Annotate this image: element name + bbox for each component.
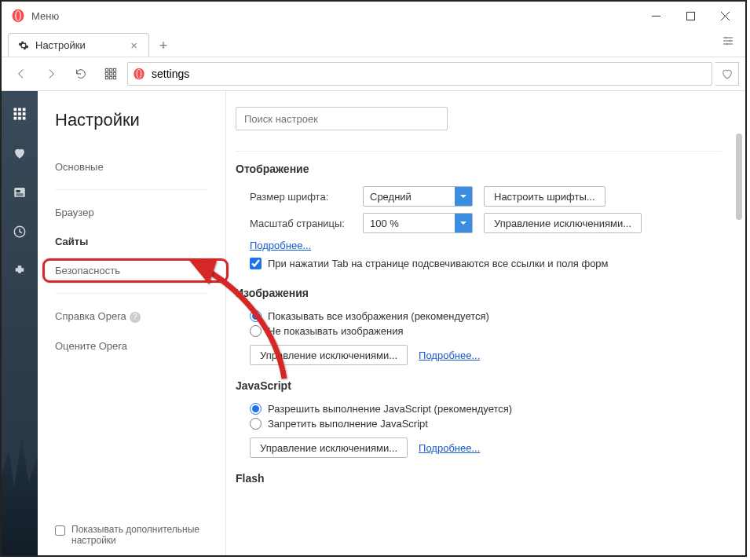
sidebar-item-browser[interactable]: Браузер (55, 198, 208, 227)
svg-rect-16 (105, 76, 108, 79)
gear-icon (18, 40, 29, 51)
svg-rect-30 (23, 117, 26, 120)
settings-main: Отображение Размер шрифта: Средний Настр… (226, 91, 745, 555)
divider (55, 293, 208, 294)
display-more-link[interactable]: Подробнее... (250, 240, 311, 251)
minimize-button[interactable] (638, 4, 673, 27)
svg-rect-13 (105, 72, 108, 75)
opera-url-icon (133, 68, 145, 80)
titlebar: Меню (2, 2, 745, 30)
scrollbar-thumb[interactable] (736, 134, 742, 220)
svg-rect-15 (113, 72, 115, 75)
search-settings-input[interactable] (236, 107, 448, 130)
customize-fonts-button[interactable]: Настроить шрифты... (484, 186, 605, 207)
font-size-label: Размер шрифта: (250, 191, 352, 203)
svg-point-2 (16, 11, 20, 20)
js-block-radio[interactable]: Запретить выполнение JavaScript (250, 418, 722, 430)
easy-setup-icon[interactable] (722, 35, 734, 49)
tab-highlight-checkbox[interactable]: При нажатии Tab на странице подсвечивают… (250, 258, 722, 269)
svg-rect-11 (109, 68, 112, 71)
svg-point-9 (726, 43, 728, 46)
svg-rect-4 (686, 12, 694, 20)
sidebar-item-sites[interactable]: Сайты (55, 227, 208, 256)
section-images-title: Изображения (236, 287, 722, 299)
show-advanced-input[interactable] (55, 525, 65, 536)
rail-history-icon[interactable] (11, 223, 28, 240)
svg-rect-18 (113, 76, 115, 79)
settings-sidebar: Настройки Основные Браузер Сайты Безопас… (38, 91, 226, 555)
svg-rect-32 (16, 190, 20, 192)
svg-rect-28 (14, 117, 17, 120)
speeddial-icon[interactable] (97, 62, 124, 86)
section-display-title: Отображение (236, 163, 722, 175)
left-rail (2, 91, 38, 555)
addressbar (2, 57, 745, 91)
svg-rect-27 (23, 112, 26, 115)
chevron-down-icon (455, 214, 472, 232)
rail-bookmarks-icon[interactable] (11, 145, 28, 162)
js-allow-radio[interactable]: Разрешить выполнение JavaScript (рекомен… (250, 403, 722, 415)
svg-rect-25 (14, 112, 17, 115)
maximize-button[interactable] (673, 4, 708, 27)
svg-point-8 (729, 40, 731, 42)
page-zoom-label: Масштаб страницы: (250, 218, 352, 229)
page-zoom-row: Масштаб страницы: 100 % Управление исклю… (250, 213, 722, 233)
rail-news-icon[interactable] (11, 184, 28, 201)
svg-rect-33 (16, 194, 24, 195)
svg-point-7 (725, 37, 727, 39)
svg-point-21 (137, 70, 141, 79)
divider (55, 189, 208, 190)
images-exceptions-button[interactable]: Управление исключениями... (250, 345, 408, 365)
chevron-down-icon (455, 187, 472, 206)
close-window-button[interactable] (708, 4, 742, 27)
svg-rect-17 (109, 76, 112, 79)
svg-rect-22 (14, 108, 17, 112)
rail-extensions-icon[interactable] (11, 262, 28, 280)
section-javascript-title: JavaScript (236, 379, 722, 392)
reload-button[interactable] (68, 62, 94, 86)
page-zoom-select[interactable]: 100 % (363, 213, 473, 233)
svg-rect-23 (18, 108, 21, 112)
svg-rect-34 (16, 196, 24, 196)
images-more-link[interactable]: Подробнее... (419, 350, 480, 361)
sidebar-item-rate[interactable]: Оцените Opera (55, 331, 208, 361)
font-size-select[interactable]: Средний (363, 186, 473, 207)
svg-rect-10 (105, 68, 108, 71)
tabbar: Настройки × + (2, 30, 745, 57)
images-show-all-radio[interactable]: Показывать все изображения (рекомендуетс… (250, 310, 722, 322)
forward-button[interactable] (38, 62, 64, 86)
svg-rect-24 (23, 108, 26, 112)
svg-rect-26 (18, 112, 21, 115)
svg-rect-12 (113, 68, 115, 71)
zoom-exceptions-button[interactable]: Управление исключениями... (484, 213, 642, 233)
images-hide-radio[interactable]: Не показывать изображения (250, 325, 722, 337)
svg-rect-14 (109, 72, 112, 75)
js-exceptions-button[interactable]: Управление исключениями... (250, 437, 408, 458)
new-tab-button[interactable]: + (152, 35, 174, 57)
omnibox[interactable] (127, 62, 712, 86)
divider (236, 151, 722, 152)
url-input[interactable] (152, 68, 707, 80)
help-icon: ? (130, 312, 141, 323)
sidebar-item-basic[interactable]: Основные (55, 152, 208, 181)
close-tab-icon[interactable]: × (130, 39, 137, 51)
tab-highlight-input[interactable] (250, 258, 262, 269)
section-flash-title: Flash (236, 472, 722, 485)
tab-label: Настройки (35, 39, 86, 51)
rail-background (2, 422, 38, 555)
svg-rect-29 (18, 117, 21, 120)
back-button[interactable] (8, 62, 35, 86)
sidebar-item-help[interactable]: Справка Opera? (55, 302, 208, 331)
menu-label[interactable]: Меню (31, 10, 59, 22)
bookmark-heart-icon[interactable] (715, 62, 739, 86)
rail-speeddial-icon[interactable] (11, 105, 28, 123)
tab-settings[interactable]: Настройки × (8, 33, 149, 57)
show-advanced-checkbox[interactable]: Показывать дополнительные настройки (55, 524, 208, 546)
sidebar-item-security[interactable]: Безопасность (55, 256, 208, 285)
js-more-link[interactable]: Подробнее... (419, 442, 480, 454)
opera-logo-icon (11, 9, 25, 23)
page-title: Настройки (55, 110, 208, 130)
font-size-row: Размер шрифта: Средний Настроить шрифты.… (250, 186, 722, 207)
